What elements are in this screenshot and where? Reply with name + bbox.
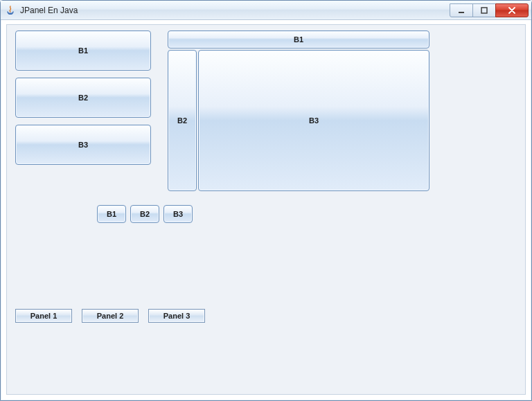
flow-button-group: B1 B2 B3: [97, 205, 193, 223]
border-layout-group: B1 B2 B3: [168, 30, 429, 191]
left-b1-button[interactable]: B1: [15, 30, 151, 71]
window-title: JPanel En Java: [20, 6, 78, 15]
flow-b3-button[interactable]: B3: [163, 205, 193, 223]
flow-b1-button[interactable]: B1: [97, 205, 126, 223]
svg-rect-1: [481, 8, 487, 13]
panel-2-button[interactable]: Panel 2: [82, 309, 139, 323]
window-frame: JPanel En Java B1 B2 B3 B1 B2 B3: [0, 0, 532, 401]
panel-1-button[interactable]: Panel 1: [15, 309, 72, 323]
border-mid-row: B2 B3: [168, 50, 429, 191]
titlebar: JPanel En Java: [1, 1, 531, 20]
close-button[interactable]: [495, 3, 529, 17]
border-center-button[interactable]: B3: [198, 50, 429, 191]
panel-button-group: Panel 1 Panel 2 Panel 3: [15, 309, 205, 323]
left-b2-button[interactable]: B2: [15, 78, 151, 118]
border-top-button[interactable]: B1: [168, 30, 429, 48]
minimize-button[interactable]: [450, 3, 473, 17]
java-app-icon: [5, 5, 16, 16]
panel-3-button[interactable]: Panel 3: [148, 309, 205, 323]
svg-rect-0: [459, 12, 464, 13]
content-pane: B1 B2 B3 B1 B2 B3 B1 B2 B3 Panel 1 Panel…: [6, 24, 526, 395]
left-b3-button[interactable]: B3: [15, 125, 151, 165]
window-controls: [450, 3, 529, 17]
flow-b2-button[interactable]: B2: [130, 205, 159, 223]
border-left-button[interactable]: B2: [168, 50, 197, 191]
maximize-button[interactable]: [472, 3, 496, 17]
left-button-group: B1 B2 B3: [15, 30, 151, 172]
